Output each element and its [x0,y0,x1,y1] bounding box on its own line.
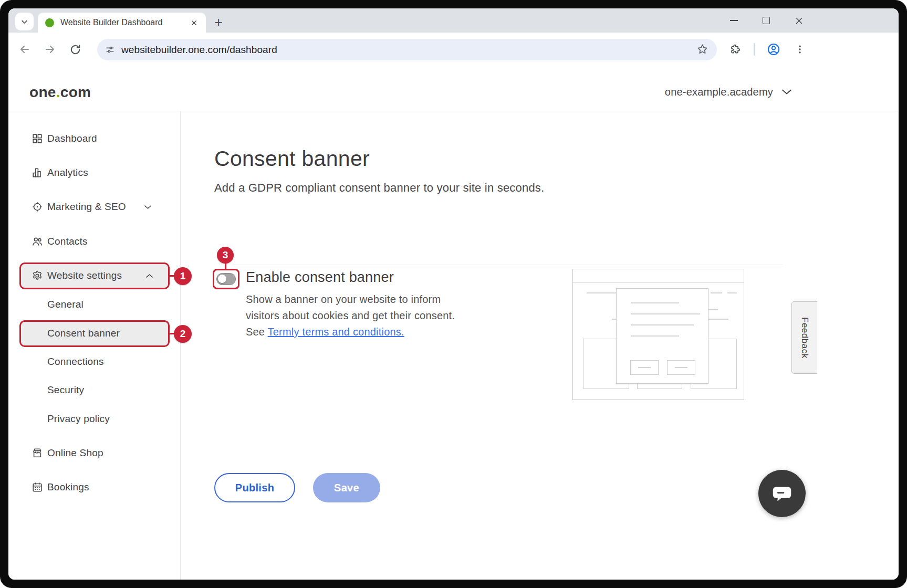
chat-widget-button[interactable] [758,470,806,517]
puzzle-icon [729,44,741,55]
three-dot-menu-icon [795,44,805,55]
one-com-logo[interactable]: one.com [29,82,91,102]
bar-chart-icon [32,167,43,178]
sidebar-item-website-settings[interactable]: Website settings [19,266,170,285]
sidebar-item-connections[interactable]: Connections [19,352,170,371]
site-info-icon[interactable] [105,45,115,55]
page-title: Consent banner [214,146,370,171]
forward-arrow-icon [44,43,56,56]
sidebar-item-analytics[interactable]: Analytics [19,163,170,182]
sidebar-item-contacts[interactable]: Contacts [19,232,170,251]
target-icon [32,201,43,213]
address-bar[interactable]: websitebuilder.one.com/dashboard [97,39,717,60]
illustration-titlebar-divider [573,282,744,282]
back-arrow-icon [18,43,31,56]
annotation-badge-1: 1 [174,267,192,285]
publish-button[interactable]: Publish [214,473,295,502]
profile-icon [767,43,780,56]
sidebar-item-security[interactable]: Security [19,381,170,400]
maximize-icon [763,17,770,24]
storefront-icon [32,447,43,459]
sidebar-item-dashboard[interactable]: Dashboard [19,129,170,148]
termly-terms-link[interactable]: Termly terms and conditions. [268,326,404,338]
annotation-badge-3: 3 [217,247,234,264]
tab-title: Website Builder Dashboard [60,18,184,27]
browser-window: Website Builder Dashboard + websitebuild… [8,8,899,580]
tab-search-button[interactable] [15,13,34,30]
site-favicon [45,18,54,27]
sidebar-item-marketing-seo[interactable]: Marketing & SEO [19,197,170,216]
header-divider [8,111,899,111]
tab-close-button[interactable] [188,17,200,28]
sidebar-item-privacy-policy[interactable]: Privacy policy [19,410,170,428]
setting-description: Show a banner on your website to inform … [246,291,461,340]
reload-icon [69,44,81,56]
extensions-button[interactable] [723,37,747,61]
people-icon [32,236,43,247]
chevron-down-icon [20,18,28,26]
chevron-up-icon [145,271,154,280]
new-tab-button[interactable]: + [210,14,227,30]
page-subtitle: Add a GDPR compliant consent banner to y… [214,181,544,195]
sidebar-item-consent-banner[interactable]: Consent banner [19,324,170,343]
browser-menu-button[interactable] [788,37,812,61]
illustration-button [667,360,695,375]
sidebar-item-online-shop[interactable]: Online Shop [19,444,170,463]
close-icon [795,16,804,25]
browser-toolbar: websitebuilder.one.com/dashboard [8,33,899,67]
sidebar-item-general[interactable]: General [19,295,170,314]
url-text[interactable]: websitebuilder.one.com/dashboard [121,44,277,56]
reload-button[interactable] [63,37,87,61]
consent-banner-toggle[interactable] [216,273,236,285]
window-close-button[interactable] [787,8,811,33]
feedback-tab[interactable]: Feedback [791,301,817,374]
chevron-down-icon [143,203,152,212]
minimize-icon [730,20,738,21]
chevron-down-icon [780,86,793,98]
window-maximize-button[interactable] [754,8,778,33]
domain-name: one-example.academy [665,86,773,98]
logo-green-dot: . [56,84,60,101]
forward-button[interactable] [38,37,62,61]
annotation-badge-2: 2 [174,325,192,343]
consent-banner-illustration [572,269,744,400]
sidebar-item-bookings[interactable]: Bookings [19,478,170,497]
chat-bubble-icon [770,481,794,506]
window-minimize-button[interactable] [722,8,746,33]
tab-strip: Website Builder Dashboard + [8,8,899,33]
save-button[interactable]: Save [313,473,380,502]
gear-icon [32,270,43,281]
bookmark-star-icon[interactable] [696,43,708,57]
dashboard-grid-icon [32,133,43,144]
domain-selector[interactable]: one-example.academy [665,86,793,98]
back-button[interactable] [13,37,37,61]
annotation-connector-3 [225,263,226,269]
toggle-knob [218,275,226,283]
calendar-icon [32,481,43,493]
sidebar-divider [180,111,181,580]
illustration-consent-modal [616,288,708,384]
toolbar-separator [754,43,755,56]
close-icon [191,19,197,26]
profile-button[interactable] [762,37,786,61]
screenshot-frame: Website Builder Dashboard + websitebuild… [0,0,907,588]
setting-label: Enable consent banner [246,269,394,286]
webpage-content: one.com one-example.academy 1 2 Dashboar… [8,67,899,580]
browser-tab[interactable]: Website Builder Dashboard [38,13,206,33]
section-divider [233,265,783,265]
illustration-button [630,360,659,375]
